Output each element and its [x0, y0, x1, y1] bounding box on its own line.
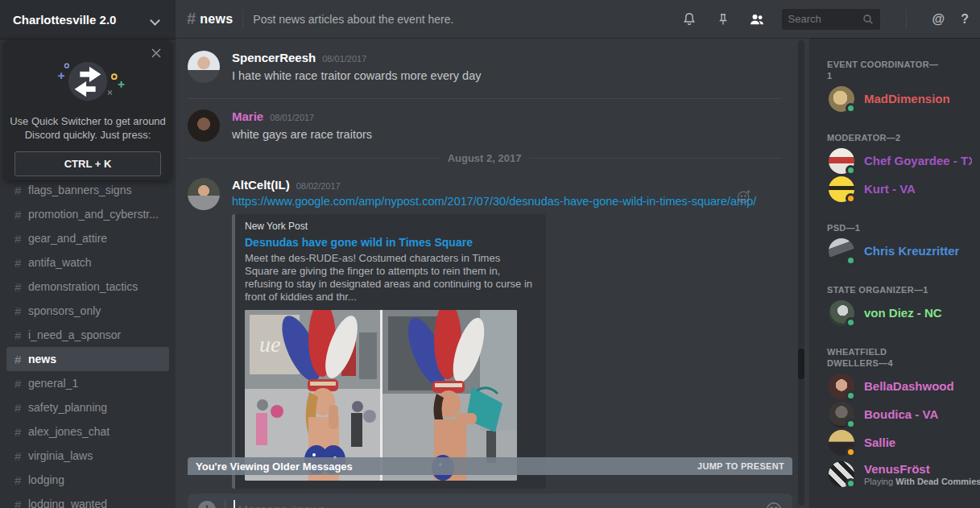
role-header: WHEATFIELD DWELLERS—4	[827, 346, 940, 369]
mentions-at-icon[interactable]: @	[932, 12, 945, 27]
upload-plus-icon[interactable]	[197, 500, 217, 508]
channel-item-alex_jones_chat[interactable]: #alex_jones_chat	[0, 419, 176, 444]
hash-icon: #	[14, 449, 23, 463]
embed-image[interactable]: ue	[245, 310, 517, 481]
member-chris-kreuzritter[interactable]: Chris Kreuzritter	[827, 237, 972, 265]
member-name: VenusFröst	[864, 462, 980, 476]
role-header: EVENT COORDINATOR—1	[827, 59, 940, 81]
avatar[interactable]	[188, 51, 220, 83]
channel-label: news	[28, 353, 56, 366]
member-name: Sallie	[864, 436, 895, 449]
message: Marie 08/01/2017 white gays are race tra…	[176, 107, 785, 142]
server-dropdown[interactable]: Charlottesville 2.0	[0, 0, 176, 39]
message-area: SpencerReesh 08/01/2017 I hate white rac…	[176, 38, 809, 508]
status-online-icon	[846, 165, 856, 176]
hash-icon: #	[14, 304, 23, 318]
channel-item-lodging[interactable]: #lodging	[0, 468, 176, 492]
message-divider	[188, 98, 781, 99]
channel-item-general_1[interactable]: #general_1	[0, 371, 176, 395]
avatar	[829, 86, 854, 112]
avatar[interactable]	[188, 178, 220, 210]
member-kurt[interactable]: Kurt - VA	[827, 175, 972, 203]
member-belladashwood[interactable]: BellaDashwood	[827, 372, 972, 400]
search-box	[782, 9, 880, 30]
member-boudica[interactable]: Boudica - VA	[827, 400, 972, 428]
member-name: Kurt - VA	[864, 182, 916, 196]
jump-to-present-button[interactable]: JUMP TO PRESENT	[697, 461, 784, 471]
hash-icon: #	[14, 498, 23, 508]
channel-item-demonstration_tactics[interactable]: #demonstration_tactics	[0, 275, 176, 299]
channel-item-i_need_a_sponsor[interactable]: #i_need_a_sponsor	[0, 323, 176, 347]
hash-icon: #	[14, 256, 23, 270]
member-von-diez[interactable]: von Diez - NC	[827, 299, 972, 327]
channel-label: general_1	[28, 377, 78, 390]
avatar	[829, 461, 854, 487]
avatar[interactable]	[188, 109, 220, 142]
quick-switcher-shortcut-button[interactable]: CTRL + K	[14, 151, 161, 176]
channel-item-news-active[interactable]: #news	[6, 347, 169, 371]
channel-label: antifa_watch	[28, 256, 92, 269]
message: AltCelt(IL) 08/02/2017 https://www.googl…	[176, 176, 785, 489]
message-author[interactable]: AltCelt(IL)	[232, 178, 290, 192]
pinned-messages-icon[interactable]	[714, 10, 732, 28]
message-text: white gays are race traitors	[232, 126, 785, 142]
avatar	[829, 148, 854, 174]
viewing-older-messages-bar[interactable]: You're Viewing Older Messages JUMP TO PR…	[188, 457, 792, 475]
status-online-icon	[846, 419, 856, 429]
help-icon[interactable]: ?	[961, 12, 969, 27]
channel-title: news	[200, 12, 233, 27]
avatar	[829, 402, 854, 427]
member-chef-goyardee[interactable]: Chef Goyardee - TX	[827, 147, 972, 175]
channel-label: sponsors_only	[28, 304, 101, 317]
message-author[interactable]: Marie	[232, 109, 263, 123]
scrollbar-thumb[interactable]	[798, 349, 804, 379]
member-list: EVENT COORDINATOR—1 MadDimension MODERAT…	[809, 38, 980, 508]
avatar	[829, 300, 854, 326]
channel-label: demonstration_tactics	[28, 280, 138, 293]
member-list-toggle-icon[interactable]	[748, 10, 766, 28]
channel-item-sponsors_only[interactable]: #sponsors_only	[0, 299, 176, 323]
member-name: Boudica - VA	[864, 407, 938, 421]
channel-label: promotion_and_cyberstr...	[28, 208, 159, 221]
member-name: Chris Kreuzritter	[864, 244, 959, 258]
member-sallie[interactable]: Sallie	[827, 428, 972, 456]
role-group-state-organizer: STATE ORGANIZER—1 von Diez - NC	[827, 284, 972, 327]
channel-label: i_need_a_sponsor	[28, 328, 121, 341]
channel-item-flags_banners_signs[interactable]: #flags_banners_signs	[0, 178, 176, 202]
channel-item-gear_and_attire[interactable]: #gear_and_attire	[0, 226, 176, 250]
member-activity: Playing With Dead Commies	[864, 477, 980, 486]
add-reaction-icon[interactable]	[736, 188, 752, 204]
role-group-psd: PSD—1 Chris Kreuzritter	[827, 222, 972, 265]
message-input[interactable]: Message #news	[188, 494, 792, 508]
channel-item-virginia_laws[interactable]: #virginia_laws	[0, 444, 176, 468]
message-text: I hate white race traitor cowards more e…	[232, 68, 785, 84]
member-name: MadDimension	[864, 92, 950, 105]
status-idle-icon	[846, 447, 856, 457]
channel-label: alex_jones_chat	[28, 425, 110, 438]
embed-title-link[interactable]: Desnudas have gone wild in Times Square	[245, 236, 536, 249]
message-timestamp: 08/02/2017	[296, 181, 341, 191]
message-author[interactable]: SpencerReesh	[232, 51, 316, 64]
notifications-bell-icon[interactable]	[680, 10, 698, 28]
status-online-icon	[846, 478, 856, 489]
message-input-placeholder: Message #news	[238, 500, 766, 508]
channel-item-antifa_watch[interactable]: #antifa_watch	[0, 250, 176, 275]
role-group-event-coordinator: EVENT COORDINATOR—1 MadDimension	[827, 59, 972, 113]
message-link[interactable]: https://www.google.com/amp/nypost.com/20…	[232, 195, 785, 208]
channel-item-safety_planning[interactable]: #safety_planning	[0, 395, 176, 419]
member-name: von Diez - NC	[864, 306, 942, 320]
chevron-down-icon	[151, 15, 159, 23]
channel-label: safety_planning	[28, 401, 107, 414]
channel-item-lodging_wanted[interactable]: #lodging_wanted	[0, 492, 176, 508]
member-maddimension[interactable]: MadDimension	[827, 85, 972, 113]
emoji-picker-icon[interactable]	[765, 501, 783, 508]
channel-label: lodging_wanted	[28, 498, 107, 508]
search-input[interactable]	[782, 9, 880, 30]
role-group-wheatfield-dwellers: WHEATFIELD DWELLERS—4 BellaDashwood Boud…	[827, 346, 972, 492]
embed-description: Meet the des-RUDE-as! Costumed character…	[245, 252, 536, 304]
close-icon[interactable]	[150, 47, 163, 60]
channel-item-promotion_and_cyberstr[interactable]: #promotion_and_cyberstr...	[0, 202, 176, 226]
member-venusfrost[interactable]: VenusFröst Playing With Dead Commies	[827, 456, 972, 492]
header-divider	[242, 10, 243, 29]
input-divider	[225, 500, 225, 508]
